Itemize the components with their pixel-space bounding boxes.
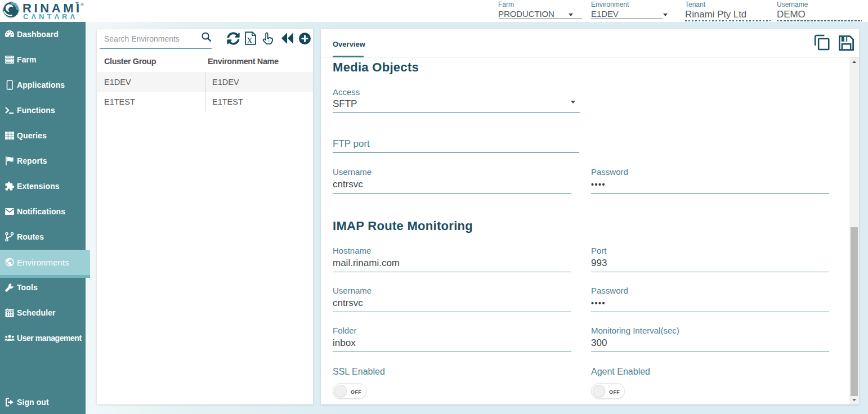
svg-text:x: x xyxy=(247,33,253,45)
